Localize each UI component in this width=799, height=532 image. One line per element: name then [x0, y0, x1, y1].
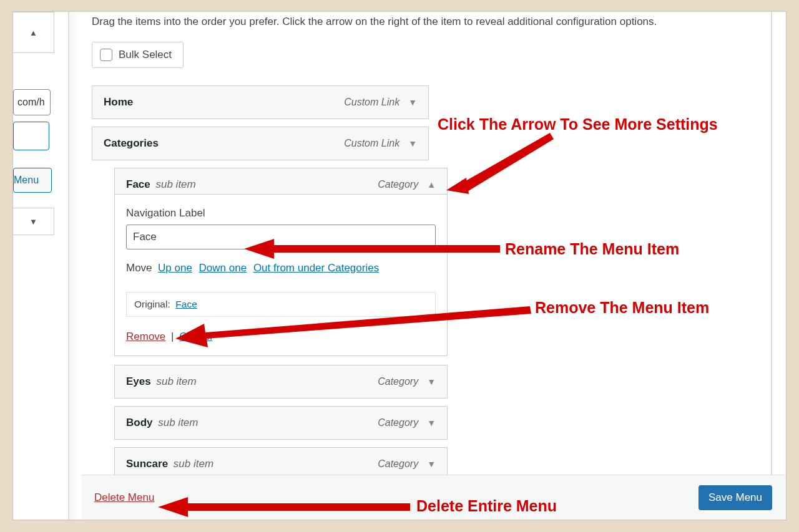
delete-menu-link[interactable]: Delete Menu — [94, 491, 154, 504]
menu-item-body[interactable]: Body sub item Category ▼ — [114, 406, 448, 440]
sidebar-collapse-toggle[interactable]: ▲ — [13, 12, 54, 53]
sidebar-url-input[interactable]: com/h — [13, 89, 51, 115]
original-link[interactable]: Face — [175, 299, 197, 309]
sub-item-label: sub item — [156, 375, 196, 387]
sidebar-selected-box[interactable] — [13, 122, 49, 150]
annotation-rename-text: Rename The Menu Item — [505, 240, 679, 258]
original-box: Original: Face — [126, 292, 436, 317]
move-label: Move — [126, 262, 152, 274]
menu-item-title: Categories — [104, 137, 159, 150]
sub-item-label: sub item — [158, 417, 198, 428]
menu-item-type: Category — [378, 376, 418, 387]
navigation-label-input[interactable] — [126, 225, 436, 249]
menu-item-eyes[interactable]: Eyes sub item Category ▼ — [114, 365, 448, 399]
chevron-down-icon[interactable]: ▼ — [427, 418, 436, 428]
menu-item-title: Face sub item — [126, 178, 196, 191]
bulk-select-label: Bulk Select — [119, 49, 172, 61]
original-label: Original: — [134, 299, 170, 309]
chevron-down-icon[interactable]: ▼ — [427, 459, 436, 469]
move-up-link[interactable]: Up one — [158, 262, 192, 274]
move-down-link[interactable]: Down one — [199, 262, 247, 274]
menu-item-title: Body sub item — [126, 417, 198, 429]
chevron-down-icon[interactable]: ▼ — [408, 138, 417, 148]
menu-item-face-expanded: Navigation Label Move Up one Down one Ou… — [114, 194, 448, 356]
menu-item-title: Eyes sub item — [126, 375, 197, 388]
menu-item-title: Home — [104, 96, 133, 109]
help-text: Drag the items into the order you prefer… — [92, 16, 657, 28]
sub-item-label: sub item — [174, 458, 213, 470]
annotation-delete-text: Delete Entire Menu — [416, 497, 557, 515]
menu-item-categories[interactable]: Categories Custom Link ▼ — [92, 127, 429, 160]
sub-item-label: sub item — [155, 178, 195, 190]
navigation-label-label: Navigation Label — [126, 207, 436, 220]
annotation-arrow-settings-text: Click The Arrow To See More Settings — [438, 115, 718, 133]
menu-item-title: Suncare sub item — [126, 458, 213, 470]
menu-item-type: Category — [378, 417, 418, 428]
sidebar-expand-toggle[interactable]: ▼ — [13, 208, 54, 235]
sidebar-shadow — [69, 12, 82, 520]
menu-item-type: Custom Link — [344, 97, 400, 108]
sidebar-add-to-menu-button[interactable]: Menu — [13, 168, 52, 193]
menu-item-type: Custom Link — [344, 138, 400, 149]
chevron-down-icon[interactable]: ▼ — [408, 97, 417, 107]
move-out-link[interactable]: Out from under Categories — [253, 262, 379, 274]
bulk-select-row[interactable]: Bulk Select — [92, 42, 184, 68]
sidebar-fragment: ▲ com/h Menu ▼ — [13, 12, 68, 520]
annotation-remove-text: Remove The Menu Item — [535, 299, 709, 317]
remove-menu-item-link[interactable]: Remove — [126, 331, 165, 342]
chevron-up-icon[interactable]: ▲ — [427, 180, 436, 190]
chevron-down-icon[interactable]: ▼ — [427, 377, 436, 387]
menu-item-home[interactable]: Home Custom Link ▼ — [92, 85, 429, 119]
menu-item-type: Category — [378, 458, 418, 470]
bulk-select-checkbox[interactable] — [100, 49, 112, 61]
cancel-link[interactable]: Cancel — [179, 331, 212, 342]
menu-item-type: Category — [378, 179, 418, 190]
separator: | — [171, 331, 174, 342]
save-menu-button[interactable]: Save Menu — [699, 485, 772, 510]
